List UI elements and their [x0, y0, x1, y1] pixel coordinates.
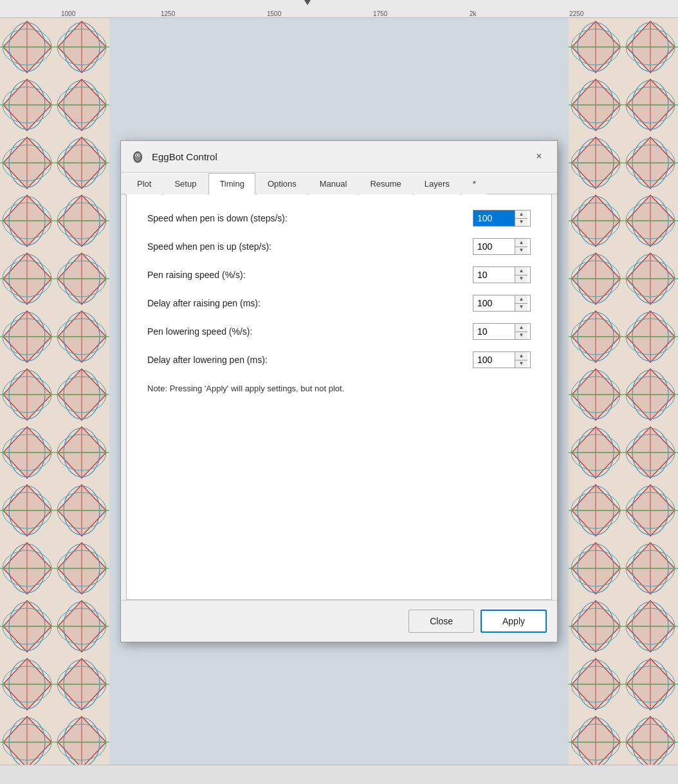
pen-up-speed-down[interactable]: ▼ [515, 247, 527, 255]
delay-lowering-label: Delay after lowering pen (ms): [147, 355, 268, 365]
tab-setup[interactable]: Setup [163, 173, 207, 194]
pen-raising-speed-up[interactable]: ▲ [515, 267, 527, 275]
pen-up-speed-up[interactable]: ▲ [515, 239, 527, 247]
svg-point-23 [138, 154, 140, 156]
close-button[interactable]: Close [408, 610, 474, 633]
pen-down-speed-arrows: ▲ ▼ [515, 210, 527, 226]
tab-manual[interactable]: Manual [309, 173, 358, 194]
delay-raising-input[interactable] [473, 295, 515, 311]
pen-up-speed-spinbox: ▲ ▼ [473, 238, 531, 255]
form-row-pen-down-speed: Speed when pen is down (steps/s): ▲ ▼ [147, 210, 531, 227]
tab-bar: Plot Setup Timing Options Manual Resume … [121, 173, 557, 194]
svg-point-19 [134, 153, 141, 162]
ruler-mark: 1500 [267, 10, 281, 17]
delay-lowering-down[interactable]: ▼ [515, 360, 527, 368]
tab-layers[interactable]: Layers [414, 173, 461, 194]
form-row-delay-raising: Delay after raising pen (ms): ▲ ▼ [147, 295, 531, 312]
tab-timing[interactable]: Timing [208, 173, 255, 194]
delay-lowering-arrows: ▲ ▼ [515, 352, 527, 368]
tab-resume[interactable]: Resume [359, 173, 412, 194]
delay-lowering-input[interactable] [473, 352, 515, 368]
pen-down-speed-label: Speed when pen is down (steps/s): [147, 213, 288, 223]
pen-lowering-speed-down[interactable]: ▼ [515, 331, 527, 340]
delay-raising-label: Delay after raising pen (ms): [147, 298, 261, 308]
tab-options[interactable]: Options [257, 173, 307, 194]
ruler-mark: 2k [470, 10, 477, 17]
apply-button[interactable]: Apply [481, 610, 547, 633]
pen-lowering-speed-label: Pen lowering speed (%/s): [147, 326, 252, 337]
pen-down-speed-input[interactable] [473, 210, 515, 226]
delay-raising-spinbox: ▲ ▼ [473, 295, 531, 312]
svg-point-22 [136, 154, 137, 156]
dialog-close-button[interactable]: × [530, 147, 548, 165]
form-row-pen-lowering-speed: Pen lowering speed (%/s): ▲ ▼ [147, 323, 531, 340]
tab-star[interactable]: * [462, 173, 487, 194]
pen-lowering-speed-spinbox: ▲ ▼ [473, 323, 531, 340]
canvas-area: EggBot Control × Plot Setup Timing Optio… [0, 18, 678, 765]
pen-down-speed-down[interactable]: ▼ [515, 218, 527, 227]
delay-lowering-up[interactable]: ▲ [515, 352, 527, 360]
delay-raising-arrows: ▲ ▼ [515, 295, 527, 311]
form-row-pen-raising-speed: Pen raising speed (%/s): ▲ ▼ [147, 266, 531, 283]
form-row-pen-up-speed: Speed when pen is up (step/s): ▲ ▼ [147, 238, 531, 255]
ruler-mark: 1000 [61, 10, 75, 17]
pen-raising-speed-spinbox: ▲ ▼ [473, 266, 531, 283]
ruler-mark: 1750 [373, 10, 387, 17]
dialog-overlay: EggBot Control × Plot Setup Timing Optio… [0, 18, 678, 765]
pen-down-speed-up[interactable]: ▲ [515, 210, 527, 218]
ruler-mark: 1250 [161, 10, 175, 17]
title-bar: EggBot Control × [121, 141, 557, 173]
pen-raising-speed-arrows: ▲ ▼ [515, 267, 527, 283]
pen-up-speed-arrows: ▲ ▼ [515, 239, 527, 254]
note-text: Note: Pressing 'Apply' will apply settin… [147, 384, 531, 393]
ruler: 1000 1250 1500 1750 2k 2250 [0, 0, 678, 18]
status-bar [0, 765, 678, 784]
tab-plot[interactable]: Plot [126, 173, 162, 194]
ruler-mark: 2250 [569, 10, 583, 17]
eggbot-icon [130, 149, 145, 164]
tab-content-timing: Speed when pen is down (steps/s): ▲ ▼ Sp… [126, 194, 552, 600]
pen-raising-speed-down[interactable]: ▼ [515, 275, 527, 283]
delay-raising-down[interactable]: ▼ [515, 303, 527, 312]
dialog-title: EggBot Control [152, 151, 217, 162]
pen-lowering-speed-input[interactable] [473, 324, 515, 339]
pen-raising-speed-label: Pen raising speed (%/s): [147, 270, 246, 280]
dialog: EggBot Control × Plot Setup Timing Optio… [120, 140, 558, 642]
pen-lowering-speed-up[interactable]: ▲ [515, 324, 527, 331]
form-row-delay-lowering: Delay after lowering pen (ms): ▲ ▼ [147, 351, 531, 368]
delay-raising-up[interactable]: ▲ [515, 295, 527, 303]
pen-up-speed-input[interactable] [473, 239, 515, 254]
pen-lowering-speed-arrows: ▲ ▼ [515, 324, 527, 339]
pen-down-speed-spinbox: ▲ ▼ [473, 210, 531, 227]
delay-lowering-spinbox: ▲ ▼ [473, 351, 531, 368]
pen-raising-speed-input[interactable] [473, 267, 515, 283]
dialog-footer: Close Apply [121, 600, 557, 642]
pen-up-speed-label: Speed when pen is up (step/s): [147, 241, 271, 252]
